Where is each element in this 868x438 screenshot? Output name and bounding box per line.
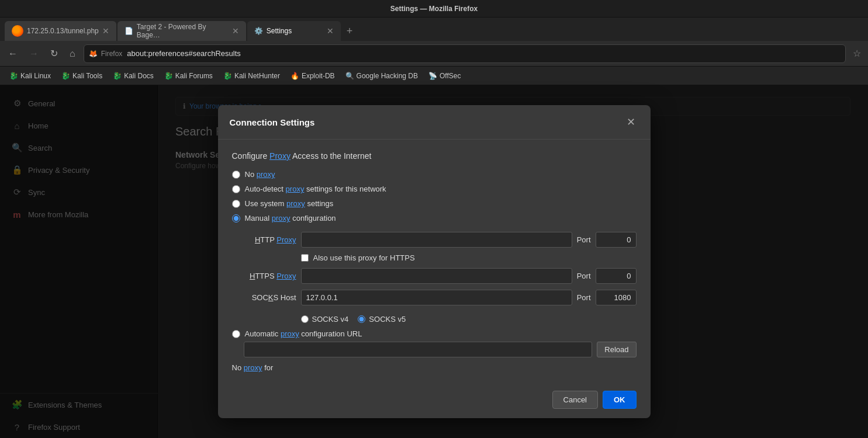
bookmark-kali-forums-label: Kali Forums xyxy=(175,72,213,80)
tab-bar: 172.25.0.13/tunnel.php ✕ 📄 Target 2 - Po… xyxy=(0,18,868,41)
no-proxy-after: for xyxy=(262,363,274,372)
http-port-input[interactable] xyxy=(596,232,637,248)
option-no-proxy[interactable]: No proxy xyxy=(232,170,637,179)
radio-auto-proxy-url[interactable] xyxy=(232,330,240,338)
bookmark-offsec[interactable]: 📡 OffSec xyxy=(424,69,465,82)
radio-socks-v5[interactable] xyxy=(358,315,365,323)
http-port-label: Port xyxy=(577,235,591,244)
new-tab-button[interactable]: + xyxy=(342,23,358,40)
bookmark-kali-nethunter-icon: 🐉 xyxy=(223,72,232,80)
bookmark-google-hacking-db-icon: 🔍 xyxy=(345,72,354,80)
radio-manual-proxy[interactable] xyxy=(232,214,240,223)
subtitle-after: Access to the Internet xyxy=(291,151,372,161)
bookmark-google-hacking-db[interactable]: 🔍 Google Hacking DB xyxy=(341,69,423,82)
auto-proxy-url-label: Automatic proxy configuration URL xyxy=(245,329,362,338)
connection-settings-modal: Connection Settings ✕ Configure Proxy Ac… xyxy=(218,105,651,418)
bookmark-kali-linux-label: Kali Linux xyxy=(20,72,51,80)
tab-close-3[interactable]: ✕ xyxy=(327,26,334,36)
tab-close-1[interactable]: ✕ xyxy=(102,26,109,36)
bookmark-kali-docs-label: Kali Docs xyxy=(124,72,154,80)
also-https-checkbox[interactable] xyxy=(301,254,309,262)
bookmark-kali-forums-icon: 🐉 xyxy=(164,72,173,80)
cancel-button[interactable]: Cancel xyxy=(552,391,598,409)
modal-subtitle: Configure Proxy Access to the Internet xyxy=(232,151,637,161)
tab-label-1: 172.25.0.13/tunnel.php xyxy=(27,27,99,35)
forward-button[interactable]: → xyxy=(26,46,42,61)
https-proxy-label: HTTPS Proxy xyxy=(244,272,296,280)
http-proxy-input[interactable] xyxy=(301,232,572,248)
reload-button-proxy[interactable]: Reload xyxy=(597,342,636,357)
main-area: ⚙ General ⌂ Home 🔍 Search 🔒 Privacy & Se… xyxy=(0,85,868,438)
socks-port-input[interactable] xyxy=(596,290,637,305)
tab-label-2: Target 2 - Powered By Bage… xyxy=(137,23,229,39)
bookmark-kali-forums[interactable]: 🐉 Kali Forums xyxy=(160,69,217,82)
also-https-row: Also use this proxy for HTTPS xyxy=(301,253,637,262)
option-auto-proxy-url[interactable]: Automatic proxy configuration URL xyxy=(232,329,637,338)
auto-proxy-option-row: Automatic proxy configuration URL Reload xyxy=(232,329,637,357)
socks-host-label: SOCKS Host xyxy=(244,293,296,302)
proxy-option-group: No proxy Auto-detect proxy settings for … xyxy=(232,170,637,223)
bookmark-exploit-db-label: Exploit-DB xyxy=(302,72,335,80)
radio-system-proxy[interactable] xyxy=(232,200,240,208)
radio-manual-proxy-label: Manual proxy configuration xyxy=(245,214,336,223)
reload-button[interactable]: ↻ xyxy=(47,46,61,61)
modal-footer: Cancel OK xyxy=(218,384,651,418)
bookmark-kali-nethunter-label: Kali NetHunter xyxy=(234,72,280,80)
tab-close-2[interactable]: ✕ xyxy=(232,26,239,36)
bookmark-kali-linux[interactable]: 🐉 Kali Linux xyxy=(5,69,56,82)
modal-overlay: Connection Settings ✕ Configure Proxy Ac… xyxy=(0,85,868,438)
bookmark-kali-tools[interactable]: 🐉 Kali Tools xyxy=(57,69,107,82)
https-port-input[interactable] xyxy=(596,268,637,284)
bookmark-offsec-icon: 📡 xyxy=(428,72,437,80)
radio-no-proxy-label: No proxy xyxy=(245,170,275,179)
firefox-icon-urlbar: 🦊 xyxy=(89,50,98,58)
tab-favicon-2: 📄 xyxy=(125,27,133,35)
bookmark-exploit-db[interactable]: 🔥 Exploit-DB xyxy=(286,69,340,82)
bookmark-google-hacking-db-label: Google Hacking DB xyxy=(357,72,418,80)
modal-header: Connection Settings ✕ xyxy=(218,105,651,140)
socks-host-row: SOCKS Host Port xyxy=(244,290,637,305)
http-proxy-label: HTTP Proxy xyxy=(244,235,296,244)
bookmark-kali-docs-icon: 🐉 xyxy=(113,72,122,80)
tab-target2[interactable]: 📄 Target 2 - Powered By Bage… ✕ xyxy=(117,21,246,41)
bookmark-kali-nethunter[interactable]: 🐉 Kali NetHunter xyxy=(219,69,285,82)
url-bar-input[interactable] xyxy=(127,49,841,58)
url-bar-row: ← → ↻ ⌂ 🦊 Firefox ☆ xyxy=(0,41,868,67)
option-manual-proxy[interactable]: Manual proxy configuration xyxy=(232,214,637,223)
socks-host-input[interactable] xyxy=(301,290,572,305)
modal-close-button[interactable]: ✕ xyxy=(623,114,639,130)
title-bar: Settings — Mozilla Firefox xyxy=(0,0,868,18)
tab-settings[interactable]: ⚙️ Settings ✕ xyxy=(247,21,341,41)
https-proxy-row: HTTPS Proxy Port xyxy=(244,268,637,284)
bookmarks-bar: 🐉 Kali Linux 🐉 Kali Tools 🐉 Kali Docs 🐉 … xyxy=(0,67,868,85)
option-system-proxy[interactable]: Use system proxy settings xyxy=(232,199,637,208)
bookmark-star-button[interactable]: ☆ xyxy=(850,46,863,61)
radio-system-proxy-label: Use system proxy settings xyxy=(245,199,334,208)
socks-v5-option[interactable]: SOCKS v5 xyxy=(358,315,406,324)
no-proxy-for-row: No proxy for xyxy=(232,363,637,372)
bookmark-kali-docs[interactable]: 🐉 Kali Docs xyxy=(108,69,158,82)
tab-tunnel[interactable]: 172.25.0.13/tunnel.php ✕ xyxy=(5,21,116,41)
radio-socks-v4[interactable] xyxy=(301,315,309,323)
socks-v4-option[interactable]: SOCKS v4 xyxy=(301,315,349,324)
radio-auto-detect[interactable] xyxy=(232,185,240,193)
back-button[interactable]: ← xyxy=(5,46,21,61)
http-proxy-row: HTTP Proxy Port xyxy=(244,232,637,248)
option-auto-detect[interactable]: Auto-detect proxy settings for this netw… xyxy=(232,185,637,193)
https-proxy-input[interactable] xyxy=(301,268,572,284)
ok-button[interactable]: OK xyxy=(603,391,637,409)
subtitle-before: Configure xyxy=(232,151,270,161)
socks-version-row: SOCKS v4 SOCKS v5 xyxy=(301,315,637,324)
also-https-label: Also use this proxy for HTTPS xyxy=(313,253,415,262)
radio-no-proxy[interactable] xyxy=(232,171,240,179)
modal-body: Configure Proxy Access to the Internet N… xyxy=(218,140,651,384)
auto-proxy-input-row: Reload xyxy=(244,342,637,357)
url-bar-wrapper: 🦊 Firefox xyxy=(84,44,846,63)
bookmark-exploit-db-icon: 🔥 xyxy=(291,72,299,80)
https-port-label: Port xyxy=(577,272,591,280)
socks-port-label: Port xyxy=(577,293,591,302)
tab-favicon-1 xyxy=(12,25,23,37)
auto-proxy-url-input[interactable] xyxy=(244,342,593,357)
home-button[interactable]: ⌂ xyxy=(66,46,79,61)
tab-favicon-3: ⚙️ xyxy=(254,27,263,35)
